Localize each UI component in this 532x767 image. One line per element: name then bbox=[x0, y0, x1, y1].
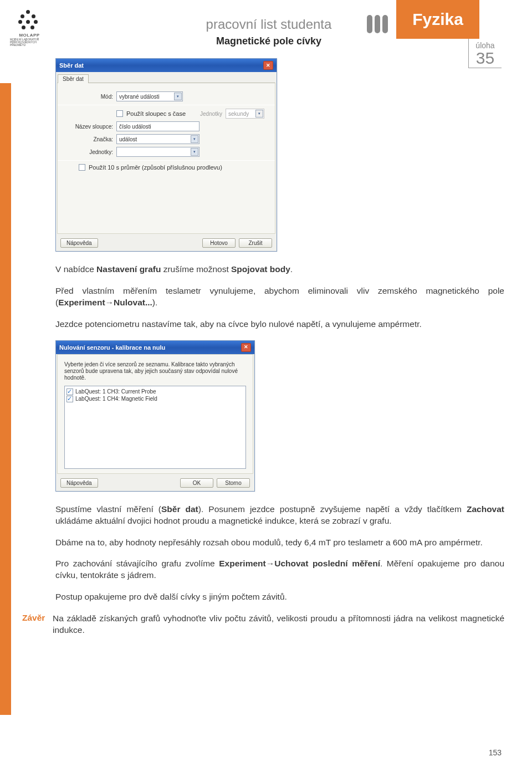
chevron-down-icon[interactable]: ▾ bbox=[191, 148, 198, 156]
close-icon[interactable]: ✕ bbox=[241, 343, 251, 352]
worksheet-title: pracovní list studenta bbox=[155, 17, 382, 32]
topic-title: Magnetické pole cívky bbox=[155, 35, 382, 47]
dialog-tab[interactable]: Sběr dat bbox=[58, 74, 89, 83]
dialog-sber-dat: Sběr dat ✕ Sběr dat Mód: vybrané událost… bbox=[55, 58, 277, 252]
sensor-checkbox[interactable] bbox=[66, 388, 73, 395]
mark-input[interactable]: událost ▾ bbox=[116, 134, 200, 144]
logo: MOLAPP MOBILNÍ LABORATOŘ PŘÍRODOVĚDNÝCH … bbox=[10, 10, 49, 47]
chevron-down-icon[interactable]: ▾ bbox=[174, 93, 182, 100]
conclusion-label: Závěr bbox=[22, 613, 53, 623]
logo-subtitle: MOBILNÍ LABORATOŘ PŘÍRODOVĚDNÝCH PŘEDMĚT… bbox=[10, 38, 49, 47]
cancel-button[interactable]: Zrušit bbox=[239, 238, 272, 248]
help-button[interactable]: Nápověda bbox=[60, 478, 98, 488]
ok-button[interactable]: OK bbox=[180, 478, 213, 488]
mark-label: Značka: bbox=[64, 136, 113, 142]
logo-icon bbox=[18, 10, 40, 32]
dialog-title: Sběr dat bbox=[59, 62, 84, 69]
paragraph-1: V nabídce Nastavení grafu zrušíme možnos… bbox=[55, 264, 504, 275]
avg-checkbox[interactable] bbox=[79, 164, 85, 171]
jednotky-label-disabled: Jednotky bbox=[200, 111, 222, 117]
chevron-down-icon: ▾ bbox=[255, 110, 263, 117]
dialog2-description: Vyberte jeden či více senzorů ze seznamu… bbox=[64, 361, 246, 381]
paragraph-6: Pro zachování stávajícího grafu zvolíme … bbox=[55, 558, 504, 581]
dialog2-title: Nulování senzoru - kalibrace na nulu bbox=[59, 344, 165, 351]
mark-value: událost bbox=[119, 136, 137, 142]
storno-button[interactable]: Storno bbox=[217, 478, 250, 488]
dialog-nulovani: Nulování senzoru - kalibrace na nulu ✕ V… bbox=[55, 340, 255, 492]
done-button[interactable]: Hotovo bbox=[202, 238, 236, 248]
column-name-value: číslo události bbox=[119, 124, 151, 130]
sensor-label: LabQuest: 1 CH3: Current Probe bbox=[75, 388, 156, 395]
paragraph-4: Spustíme vlastní měření (Sběr dat). Posu… bbox=[55, 504, 504, 527]
dialog2-titlebar[interactable]: Nulování senzoru - kalibrace na nulu ✕ bbox=[56, 341, 254, 354]
accent-bar bbox=[0, 83, 11, 715]
use-time-checkbox[interactable] bbox=[116, 110, 123, 117]
time-units-value: sekundy bbox=[228, 111, 249, 117]
sensor-label: LabQuest: 1 CH4: Magnetic Field bbox=[75, 396, 157, 402]
paragraph-3: Jezdce potenciometru nastavíme tak, aby … bbox=[55, 319, 504, 330]
page-number: 153 bbox=[489, 748, 502, 757]
mod-value: vybrané události bbox=[119, 94, 160, 100]
dialog-titlebar[interactable]: Sběr dat ✕ bbox=[56, 59, 277, 72]
help-button[interactable]: Nápověda bbox=[60, 238, 98, 248]
time-units-select: sekundy ▾ bbox=[226, 109, 264, 119]
task-number-box: úloha 35 bbox=[468, 39, 502, 68]
mod-label: Mód: bbox=[64, 94, 113, 100]
use-time-label: Použít sloupec s čase bbox=[126, 110, 186, 117]
column-name-input[interactable]: číslo události bbox=[116, 121, 200, 131]
mod-select[interactable]: vybrané události ▾ bbox=[116, 91, 183, 101]
three-figures-icon bbox=[367, 17, 388, 33]
close-icon[interactable]: ✕ bbox=[263, 61, 273, 70]
list-item[interactable]: LabQuest: 1 CH3: Current Probe bbox=[66, 388, 244, 395]
paragraph-7: Postup opakujeme pro dvě další cívky s j… bbox=[55, 591, 504, 603]
sensor-checkbox[interactable] bbox=[66, 396, 73, 402]
column-name-label: Název sloupce: bbox=[64, 124, 113, 130]
conclusion-text: Na základě získaných grafů vyhodnoťte vl… bbox=[53, 613, 504, 636]
avg-label: Použít 10 s průměr (způsobí příslušnou p… bbox=[89, 164, 222, 171]
paragraph-2: Před vlastním měřením teslametr vynuluje… bbox=[55, 285, 504, 309]
subject-badge: Fyzika bbox=[396, 0, 479, 39]
task-number: 35 bbox=[469, 50, 502, 67]
list-item[interactable]: LabQuest: 1 CH4: Magnetic Field bbox=[66, 396, 244, 402]
sensor-listbox[interactable]: LabQuest: 1 CH3: Current Probe LabQuest:… bbox=[64, 386, 246, 469]
chevron-down-icon[interactable]: ▾ bbox=[191, 135, 198, 143]
units2-input[interactable]: ▾ bbox=[116, 147, 200, 157]
conclusion-row: Závěr Na základě získaných grafů vyhodno… bbox=[55, 613, 504, 636]
units2-label: Jednotky: bbox=[64, 149, 113, 155]
paragraph-5: Dbáme na to, aby hodnoty nepřesáhly rozs… bbox=[55, 537, 504, 549]
